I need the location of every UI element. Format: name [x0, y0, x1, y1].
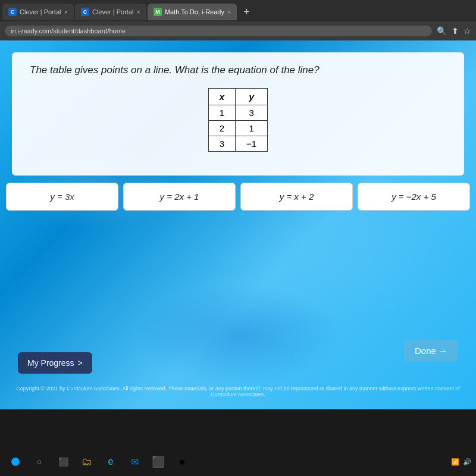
address-text: in.i-ready.com/student/dashboard/home — [11, 27, 126, 35]
answer-button-3[interactable]: y = x + 2 — [240, 183, 353, 211]
col-header-x: x — [208, 89, 235, 105]
tab-icon-clever-2: C — [81, 8, 89, 16]
done-label: Done → — [415, 346, 447, 356]
tab-label-clever-2: Clever | Portal — [92, 8, 134, 15]
answer-label-3: y = x + 2 — [280, 192, 314, 202]
question-text: The table gives points on a line. What i… — [30, 64, 446, 76]
tab-icon-iready: M — [154, 8, 162, 16]
content-area: The table gives points on a line. What i… — [0, 40, 476, 409]
cell-y1: 3 — [236, 105, 268, 121]
browser-icons: 🔍 ⬆ ☆ — [437, 26, 471, 36]
search-icon[interactable]: 🔍 — [437, 26, 447, 36]
table-row: 1 3 — [208, 105, 267, 121]
answer-label-2: y = 2x + 1 — [160, 192, 199, 202]
windows-logo — [11, 458, 20, 466]
question-card: The table gives points on a line. What i… — [12, 52, 464, 176]
address-bar[interactable]: in.i-ready.com/student/dashboard/home — [5, 26, 432, 36]
taskbar-task-view-icon[interactable]: ⬛ — [52, 451, 74, 472]
table-row: 3 −1 — [208, 136, 267, 152]
taskbar-office-icon[interactable]: ⬛ — [148, 451, 169, 472]
table-row: 2 1 — [208, 121, 267, 136]
new-tab-button[interactable]: + — [238, 4, 255, 20]
cell-x1: 1 — [208, 105, 235, 121]
taskbar-search-icon[interactable]: ○ — [29, 451, 50, 472]
copyright-bar: Copyright © 2021 by Curriculum Associate… — [0, 386, 476, 397]
cell-y2: 1 — [236, 121, 268, 136]
tab-label-clever-1: Clever | Portal — [20, 8, 61, 15]
tab-close-2[interactable]: × — [136, 8, 140, 15]
taskbar-files-icon[interactable]: 🗂 — [76, 451, 98, 472]
tab-icon-clever-1: C — [8, 8, 17, 16]
taskbar-mail-icon[interactable]: ✉ — [124, 451, 145, 472]
tab-close-1[interactable]: × — [64, 8, 68, 15]
taskbar-right: 📶 🔊 — [451, 458, 471, 466]
answer-button-4[interactable]: y = −2x + 5 — [358, 183, 470, 211]
cell-x2: 2 — [208, 121, 235, 136]
tab-bar: C Clever | Portal × C Clever | Portal × … — [0, 0, 476, 21]
share-icon[interactable]: ⬆ — [452, 26, 459, 36]
taskbar-start-icon[interactable] — [5, 451, 26, 472]
taskbar-wifi-icon: 📶 — [451, 458, 459, 466]
answer-label-1: y = 3x — [50, 192, 74, 202]
table-container: x y 1 3 2 1 3 −1 — [30, 88, 446, 152]
answer-button-2[interactable]: y = 2x + 1 — [123, 183, 236, 211]
copyright-text: Copyright © 2021 by Curriculum Associate… — [16, 386, 459, 397]
answer-button-1[interactable]: y = 3x — [6, 183, 118, 211]
done-button[interactable]: Done → — [404, 340, 458, 362]
answers-row: y = 3x y = 2x + 1 y = x + 2 y = −2x + 5 — [6, 183, 470, 211]
my-progress-button[interactable]: My Progress > — [18, 352, 92, 374]
answer-label-4: y = −2x + 5 — [392, 192, 436, 202]
browser-chrome: C Clever | Portal × C Clever | Portal × … — [0, 0, 476, 40]
taskbar-edge-icon[interactable]: e — [100, 451, 121, 472]
col-header-y: y — [236, 89, 268, 105]
cell-y3: −1 — [236, 136, 268, 152]
taskbar-volume-icon: 🔊 — [463, 458, 471, 466]
tab-clever-1[interactable]: C Clever | Portal × — [2, 4, 74, 20]
my-progress-label: My Progress — [27, 358, 74, 368]
tab-label-iready: Math To Do, i-Ready — [165, 8, 224, 15]
address-bar-row: in.i-ready.com/student/dashboard/home 🔍 … — [0, 21, 476, 40]
cell-x3: 3 — [208, 136, 235, 152]
data-table: x y 1 3 2 1 3 −1 — [208, 88, 268, 152]
tab-close-iready[interactable]: × — [227, 8, 231, 15]
my-progress-arrow: > — [78, 358, 83, 368]
tab-iready[interactable]: M Math To Do, i-Ready × — [148, 4, 237, 20]
bookmark-icon[interactable]: ☆ — [464, 26, 471, 36]
tab-clever-2[interactable]: C Clever | Portal × — [75, 4, 146, 20]
taskbar: ○ ⬛ 🗂 e ✉ ⬛ ● 📶 🔊 — [0, 447, 476, 476]
taskbar-chrome-icon[interactable]: ● — [171, 451, 193, 472]
